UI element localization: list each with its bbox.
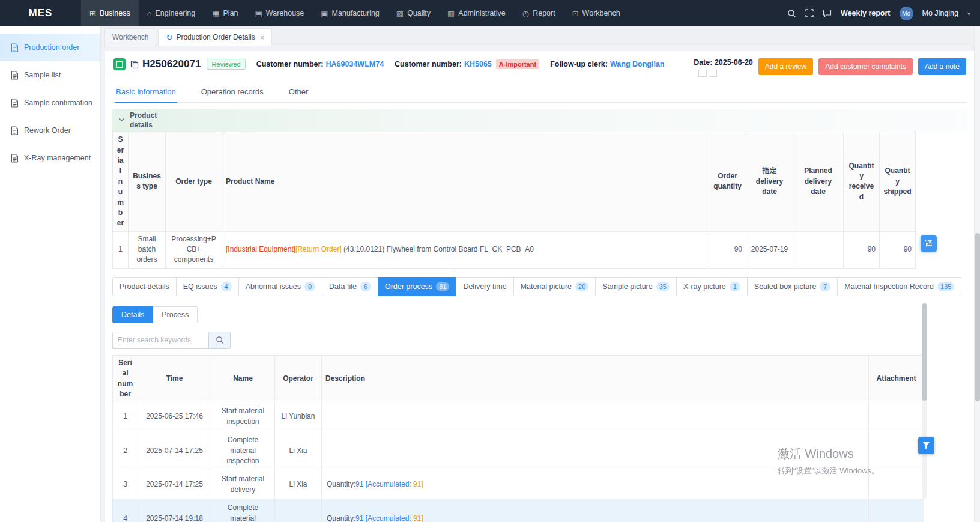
table-scrollbar-thumb[interactable] <box>922 303 927 401</box>
order-number: H250620071 <box>142 58 201 70</box>
message-icon[interactable] <box>823 9 832 17</box>
date-value: 2025-06-20 <box>715 58 753 67</box>
translate-button[interactable]: 译 <box>921 235 937 252</box>
topnav-item-quality[interactable]: ▧Quality <box>388 0 439 26</box>
field-value[interactable]: HA69034WLM74 <box>326 60 384 68</box>
weekly-report-link[interactable]: Weekly report <box>841 9 890 17</box>
grid-icon: ⊞ <box>89 9 96 18</box>
tab-other[interactable]: Other <box>288 83 310 102</box>
tab-workbench[interactable]: Workbench <box>104 28 156 46</box>
body-row: Production orderSample listSample confir… <box>0 26 980 522</box>
sidebar-item-label: Rework Order <box>24 126 71 135</box>
order-date: Date: 2025-06-20 <box>694 58 753 67</box>
add-a-note-button[interactable]: Add a note <box>918 58 966 75</box>
topnav-item-warehouse[interactable]: ▤Warehouse <box>247 0 313 26</box>
pill-tab-eq-issues[interactable]: EQ issues4 <box>176 277 239 296</box>
count-badge: 81 <box>436 282 449 291</box>
topnav: MES ⊞Business⌂Engineering▦Plan▤Warehouse… <box>0 0 980 26</box>
refresh-icon[interactable]: ↻ <box>166 33 172 42</box>
table-row[interactable]: 1Small batch ordersProcessing+PCB+ compo… <box>113 231 916 268</box>
tab-production-order-details[interactable]: ↻Production Order Details× <box>158 28 272 46</box>
sidebar-item-x-ray-management[interactable]: X-Ray management <box>0 144 100 172</box>
pill-tab-order-process[interactable]: Order process81 <box>378 277 456 296</box>
topnav-item-administrative[interactable]: ▥Administrative <box>439 0 514 26</box>
field-value[interactable]: KH5065 <box>464 60 492 68</box>
header-field-3: Follow-up clerk:Wang Donglian <box>550 60 664 68</box>
table-row[interactable]: 12025-06-25 17:46Start material inspecti… <box>113 402 924 431</box>
pill-tab-data-file[interactable]: Data file6 <box>322 277 378 296</box>
table-row[interactable]: 22025-07-14 17:25Complete material inspe… <box>113 431 924 470</box>
table-scrollbar[interactable] <box>922 303 927 499</box>
username[interactable]: Mo Jinqing <box>922 9 958 17</box>
topnav-item-manufacturing[interactable]: ▣Manufacturing <box>312 0 388 26</box>
count-badge: 4 <box>221 282 232 291</box>
topnav-item-workbench[interactable]: ⊡Workbench <box>564 0 629 26</box>
mini-box-1[interactable] <box>698 70 707 77</box>
topnav-item-business[interactable]: ⊞Business <box>81 0 139 26</box>
pill-tab-product-details[interactable]: Product details <box>112 277 177 296</box>
tab-operation-records[interactable]: Operation records <box>200 83 265 102</box>
building-icon: ⌂ <box>147 9 152 18</box>
pill-label: Data file <box>329 282 357 291</box>
cell <box>869 402 924 431</box>
pill-tab-x-ray-picture[interactable]: X-ray picture1 <box>676 277 748 296</box>
pill-tab-sealed-box-picture[interactable]: Sealed box picture7 <box>747 277 838 296</box>
cell <box>322 402 869 431</box>
pill-tab-material-picture[interactable]: Material picture20 <box>513 277 596 296</box>
search-icon[interactable] <box>787 9 796 18</box>
column-header-quantity-received: Quantity received <box>844 132 880 232</box>
column-header-time: Time <box>138 355 211 402</box>
cell: Li Xia <box>275 431 322 470</box>
fullscreen-icon[interactable] <box>805 9 814 17</box>
field-value[interactable]: Wang Donglian <box>610 60 665 68</box>
pill-tab-delivery-time[interactable]: Delivery time <box>456 277 513 296</box>
topnav-item-label: Engineering <box>156 9 196 17</box>
cell: Quantity:91 [Accumulated: 91] <box>322 470 869 499</box>
pill-tab-abnormal-issues[interactable]: Abnormal issues0 <box>238 277 322 296</box>
field-label: Follow-up clerk: <box>550 60 608 68</box>
add-customer-complaints-button[interactable]: Add customer complaints <box>818 58 913 75</box>
cell: 2025-07-14 19:18 <box>138 499 211 522</box>
sidebar-item-rework-order[interactable]: Rework Order <box>0 117 100 144</box>
sidebar-item-production-order[interactable]: Production order <box>0 34 100 61</box>
table-row[interactable]: 42025-07-14 19:18Complete material dispa… <box>113 499 924 522</box>
topnav-item-engineering[interactable]: ⌂Engineering <box>139 0 204 26</box>
close-icon[interactable]: × <box>260 33 265 42</box>
search-button[interactable] <box>208 332 231 349</box>
avatar[interactable]: Mo <box>900 7 913 20</box>
section-title: Product details <box>130 111 167 130</box>
copy-icon[interactable] <box>130 60 139 69</box>
main: Workbench↻Production Order Details× H250… <box>100 26 980 522</box>
process-table: Serial numberTimeNameOperatorDescription… <box>112 355 924 522</box>
cell: 2 <box>113 431 138 470</box>
topnav-item-report[interactable]: ◷Report <box>514 0 564 26</box>
date-wrap: Date: 2025-06-20 <box>694 58 753 77</box>
search-input[interactable] <box>112 332 208 349</box>
pill-label: Order process <box>385 282 432 291</box>
sidebar-item-label: X-Ray management <box>24 154 91 162</box>
add-a-review-button[interactable]: Add a review <box>758 58 813 75</box>
app-logo: MES <box>0 0 81 26</box>
product-details-section-header[interactable]: Product details <box>112 109 967 132</box>
document-icon <box>11 43 19 52</box>
mini-box-2[interactable] <box>709 70 717 77</box>
pill-tab-sample-picture[interactable]: Sample picture35 <box>595 277 677 296</box>
cell: Quantity:91 [Accumulated: 91] <box>322 499 869 522</box>
quality-icon: ▧ <box>396 9 404 18</box>
pill-tab-material-inspection-record[interactable]: Material Inspection Record135 <box>837 277 961 296</box>
segment-details[interactable]: Details <box>112 306 153 323</box>
column-header-quantity-shipped: Quantity shipped <box>880 132 916 232</box>
segment-process[interactable]: Process <box>153 306 198 323</box>
page-scrollbar-thumb[interactable] <box>975 233 980 401</box>
filter-button[interactable] <box>918 437 934 454</box>
content: H250620071 Reviewed Customer number:HA69… <box>100 46 980 522</box>
sidebar-item-sample-list[interactable]: Sample list <box>0 61 100 89</box>
sidebar-item-sample-confirmation-list[interactable]: Sample confirmation list <box>0 89 100 117</box>
document-icon <box>11 126 19 135</box>
topnav-item-plan[interactable]: ▦Plan <box>204 0 246 26</box>
column-header-product-name: Product Name <box>222 132 709 232</box>
table-row[interactable]: 32025-07-14 17:25Start material delivery… <box>113 470 924 499</box>
cell: 2025-07-14 17:25 <box>138 431 211 470</box>
tab-basic-information[interactable]: Basic information <box>115 83 177 103</box>
page-scrollbar[interactable] <box>974 26 980 522</box>
